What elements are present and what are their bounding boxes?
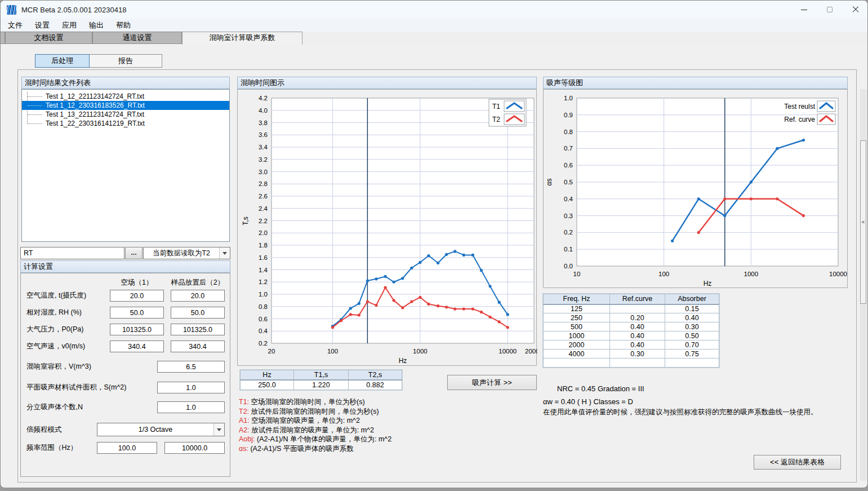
back-to-results-button[interactable]: << 返回结果表格 (754, 455, 841, 470)
file-list-item[interactable]: Test 1_12_230316183526_RT.txt (22, 101, 229, 110)
svg-text:3.2: 3.2 (259, 156, 268, 163)
menu-item-4[interactable]: 输出 (83, 19, 110, 32)
svg-text:1000: 1000 (413, 348, 428, 355)
tree-branch-icon (28, 123, 42, 124)
calc-row-label: 空气温度, t(摄氏度) (26, 290, 86, 302)
svg-text:4.2: 4.2 (259, 95, 268, 101)
svg-text:Hz: Hz (704, 280, 712, 287)
result-name-input[interactable] (20, 247, 124, 259)
svg-text:0.8: 0.8 (564, 129, 573, 135)
maximize-button[interactable] (817, 1, 843, 19)
rt-chart: 0.20.40.60.81.01.21.41.61.82.02.22.42.62… (237, 89, 537, 366)
file-list-item[interactable]: Test 1_12_221123142724_RT.txt (22, 92, 229, 101)
table-row: 20000.400.70 (544, 340, 719, 350)
table-cell: 0.30 (665, 322, 719, 331)
column-header-with-sample: 样品放置后（2） (161, 278, 234, 287)
svg-text:10000: 10000 (829, 271, 847, 277)
table-cell: 0.40 (610, 340, 665, 350)
tab-3[interactable]: 混响室计算吸声系数 (182, 32, 302, 45)
file-list-item[interactable]: Test 1_22_230316141219_RT.txt (22, 119, 229, 128)
svg-text:0.2: 0.2 (259, 340, 268, 347)
svg-text:1000: 1000 (744, 271, 759, 277)
svg-text:2.6: 2.6 (259, 193, 268, 200)
tab-1[interactable]: 文档设置 (5, 32, 92, 44)
svg-text:0.3: 0.3 (564, 213, 573, 219)
grade-chart-svg: 0.00.10.20.30.40.50.60.70.80.91.01010010… (544, 90, 848, 289)
browse-button[interactable]: ... (125, 247, 143, 259)
data-source-select[interactable]: 当前数据读取为T2 (143, 247, 230, 259)
absorption-calc-button[interactable]: 吸声计算 >> (447, 375, 537, 390)
note-line: T2: 放试件后混响室的混响时间，单位为秒(s) (239, 407, 391, 417)
menu-item-1[interactable]: 文件 (2, 19, 29, 32)
tab-bar: 文档设置通道设置混响室计算吸声系数 (1, 32, 868, 45)
absorption-grade-table: Freq. HzRef.curveAbsorber1250.152500.200… (543, 294, 719, 368)
svg-text:3.0: 3.0 (259, 169, 268, 175)
tab-2[interactable]: 通道设置 (92, 32, 182, 44)
menu-item-3[interactable]: 应用 (56, 19, 83, 32)
table-row: 250.01.2200.882 (241, 380, 402, 390)
note-line: A2: 放试件后混响室的吸声量，单位为: m^2 (239, 426, 391, 435)
nrc-result-line: NRC = 0.45 Gradation = III (557, 384, 644, 393)
table-cell: 1000 (544, 331, 610, 340)
calc-row-label: 平面吸声材料试件面积，S(m^2) (26, 382, 126, 393)
svg-text:0.6: 0.6 (259, 316, 268, 322)
note-line: A1: 空场混响室的吸声量，单位为: m^2 (239, 416, 391, 426)
table-header: T1,s (294, 370, 349, 380)
subtab-1[interactable]: 后处理 (35, 54, 90, 68)
calc-row-label: 混响室容积，V(m^3) (26, 361, 91, 373)
menu-item-2[interactable]: 设置 (29, 19, 56, 32)
menu-item-5[interactable]: 帮助 (110, 19, 137, 32)
calc-input[interactable] (157, 401, 225, 413)
freq-range-label: 频率范围（Hz） (26, 442, 77, 454)
rt-chart-svg: 0.20.40.60.81.01.21.41.61.82.02.22.42.62… (238, 90, 537, 366)
close-button[interactable] (843, 1, 868, 19)
svg-text:10000: 10000 (498, 348, 517, 355)
svg-text:4.0: 4.0 (259, 107, 268, 114)
table-cell: 0.75 (665, 350, 719, 359)
window-title: MCR Beta 2.05.0.001 20230418 (21, 6, 126, 14)
calc-input[interactable] (171, 340, 225, 352)
table-cell: 2000 (544, 340, 610, 350)
calc-input[interactable] (110, 290, 164, 302)
subtab-2[interactable]: 报告 (89, 54, 162, 68)
symbol-notes: T1: 空场混响室的混响时间，单位为秒(s)T2: 放试件后混响室的混响时间，单… (239, 397, 391, 453)
calc-input[interactable] (171, 324, 225, 335)
svg-text:0.5: 0.5 (564, 179, 573, 185)
svg-text:0.7: 0.7 (564, 145, 573, 152)
calc-input[interactable] (157, 382, 225, 393)
usage-advice-text: 在使用此单值评价量的时候，强烈建议与按照标准获得的完整的吸声系数曲线一块使用。 (543, 408, 818, 417)
table-row: 40000.300.75 (544, 350, 719, 359)
minimize-button[interactable] (791, 1, 817, 19)
tree-branch-icon (28, 114, 42, 115)
collapse-panel-button[interactable]: < (860, 140, 866, 304)
calc-input[interactable] (171, 307, 225, 319)
svg-text:αs: αs (545, 179, 553, 186)
freq-max-input[interactable] (164, 442, 225, 454)
table-header: Hz (241, 370, 294, 380)
svg-text:1.2: 1.2 (259, 278, 268, 285)
table-cell: 1.220 (294, 380, 349, 390)
svg-text:2.8: 2.8 (259, 180, 268, 187)
calc-input[interactable] (171, 290, 225, 302)
table-cell (610, 359, 665, 368)
table-cell: 0.40 (610, 322, 665, 331)
calc-row-label: 大气压力，P0(Pa) (26, 324, 83, 335)
calc-input[interactable] (110, 307, 164, 319)
file-list-panel-title: 混时间结果文件列表 (21, 77, 230, 89)
table-row: 10000.400.50 (544, 331, 719, 340)
file-list-item[interactable]: Test 1_13_221123142724_RT.txt (22, 110, 229, 119)
svg-text:1.4: 1.4 (259, 267, 268, 273)
table-cell: 250.0 (241, 380, 294, 390)
svg-text:1.0: 1.0 (564, 95, 573, 101)
calc-input[interactable] (110, 340, 164, 352)
svg-text:100: 100 (327, 348, 338, 355)
table-cell: 0.15 (665, 304, 719, 313)
calc-input[interactable] (110, 324, 164, 335)
svg-text:0.6: 0.6 (564, 162, 573, 169)
freq-min-input[interactable] (97, 442, 157, 454)
chevron-down-icon (213, 423, 224, 436)
calc-input[interactable] (157, 361, 225, 373)
minimize-icon (801, 10, 807, 10)
octave-mode-select[interactable]: 1/3 Octave (97, 423, 225, 436)
table-cell: 0.20 (610, 313, 665, 322)
